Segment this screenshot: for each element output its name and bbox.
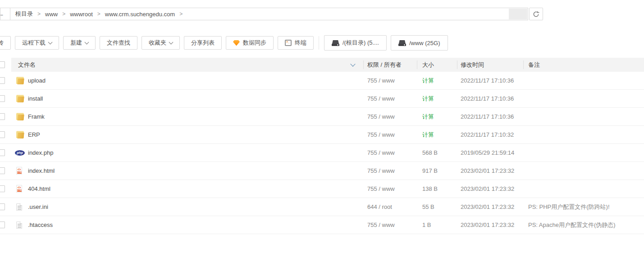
file-name[interactable]: install: [28, 90, 43, 107]
file-row[interactable]: .user.ini 644 / root 55 B 2023/02/01 17:…: [0, 198, 644, 216]
breadcrumb-separator-icon: >: [179, 11, 183, 17]
file-name[interactable]: .user.ini: [28, 198, 48, 216]
breadcrumb-item[interactable]: wwwroot: [70, 11, 93, 18]
file-modified-time: 2022/11/17 17:10:36: [461, 72, 514, 89]
row-checkbox[interactable]: [0, 95, 5, 102]
toolbar-button-icon: [233, 40, 240, 46]
select-all-checkbox[interactable]: [0, 61, 5, 68]
chevron-down-icon: [48, 40, 53, 44]
row-checkbox[interactable]: [0, 149, 5, 156]
filename-chevron-down-icon[interactable]: [350, 61, 355, 66]
file-list: upload 755 / www 计算 2022/11/17 17:10:36 …: [0, 72, 644, 234]
toolbar-button[interactable]: 收藏夹: [142, 36, 180, 50]
file-size[interactable]: 55 B: [422, 198, 434, 216]
column-divider: [523, 60, 524, 69]
refresh-button[interactable]: [529, 8, 543, 20]
breadcrumb-separator-icon: >: [97, 11, 100, 17]
toolbar-button[interactable]: 终端: [278, 36, 314, 50]
toolbar-button-label: /(根目录) (5....: [343, 39, 379, 47]
toolbar-button[interactable]: 分享列表: [184, 36, 222, 50]
file-modified-time: 2023/02/01 17:23:32: [461, 180, 514, 198]
file-permission-owner: 755 / www: [367, 216, 395, 234]
toolbar-button-icon: [398, 40, 406, 46]
toolbar-button[interactable]: 数据同步: [226, 36, 274, 50]
breadcrumb: 根目录 > www > wwwroot > www.crm.suchengedu…: [10, 10, 187, 18]
file-name[interactable]: index.html: [28, 162, 55, 180]
file-type-icon: [16, 77, 24, 84]
toolbar-button-label: 分享列表: [191, 39, 215, 47]
file-name[interactable]: 404.html: [28, 180, 50, 198]
file-row[interactable]: .htaccess 755 / www 1 B 2023/02/01 17:23…: [0, 216, 644, 234]
toolbar-button[interactable]: /www (25G): [391, 35, 448, 51]
toolbar-button[interactable]: 远程下载: [15, 36, 59, 50]
row-checkbox[interactable]: [0, 131, 5, 138]
file-size[interactable]: 568 B: [422, 144, 438, 161]
toolbar-button-label: 新建: [70, 39, 82, 47]
toolbar-button[interactable]: /(根目录) (5....: [324, 35, 387, 51]
refresh-icon: [533, 11, 539, 18]
row-checkbox[interactable]: [0, 77, 5, 84]
file-permission-owner: 755 / www: [367, 90, 395, 107]
back-arrow-icon: ←: [0, 10, 5, 18]
toolbar-button-label: 文件查找: [107, 39, 130, 47]
breadcrumb-item[interactable]: 根目录: [15, 10, 33, 18]
toolbar-button-label: 收藏夹: [149, 39, 166, 47]
file-manager-screen: ← 根目录 > www > wwwroot > www.crm.suchenge…: [0, 0, 644, 263]
row-checkbox[interactable]: [0, 167, 5, 174]
row-checkbox[interactable]: [0, 221, 5, 228]
column-header-permission: 权限 / 所有者: [367, 58, 402, 72]
toolbar-button[interactable]: 新建: [63, 36, 96, 50]
breadcrumb-item[interactable]: www: [45, 11, 58, 18]
file-size[interactable]: 计算: [422, 126, 434, 143]
file-modified-time: 2023/02/01 17:23:32: [461, 216, 514, 234]
chevron-down-icon: [85, 40, 89, 44]
table-header: 文件名 权限 / 所有者 大小 修改时间 备注: [0, 58, 644, 72]
chevron-down-icon: [169, 40, 174, 44]
toolbar-button-icon: [332, 40, 339, 46]
file-type-icon: [16, 221, 22, 229]
toolbar-button[interactable]: 文件查找: [100, 36, 137, 50]
file-row[interactable]: Framk 755 / www 计算 2022/11/17 17:10:36: [0, 108, 644, 126]
file-row[interactable]: ERP 755 / www 计算 2022/11/17 17:10:32: [0, 126, 644, 144]
file-size[interactable]: 计算: [422, 108, 434, 125]
path-bar-endcap: [509, 9, 527, 19]
file-size[interactable]: 138 B: [422, 180, 438, 198]
file-name[interactable]: upload: [28, 72, 46, 89]
file-name[interactable]: ERP: [28, 126, 40, 143]
toolbar-divider: [319, 36, 319, 50]
file-modified-time: 2022/11/17 17:10:32: [461, 126, 514, 143]
file-name[interactable]: .htaccess: [28, 216, 53, 234]
file-type-icon: [16, 185, 22, 193]
file-row[interactable]: index.html 755 / www 917 B 2023/02/01 17…: [0, 162, 644, 180]
breadcrumb-item[interactable]: www.crm.suchengedu.com: [105, 11, 175, 18]
file-row[interactable]: upload 755 / www 计算 2022/11/17 17:10:36: [0, 72, 644, 90]
file-row[interactable]: 404.html 755 / www 138 B 2023/02/01 17:2…: [0, 180, 644, 198]
toolbar: 上传 远程下载 新建 文件查找: [0, 35, 448, 51]
row-checkbox[interactable]: [0, 113, 5, 120]
toolbar-button-label: 上传: [0, 39, 4, 47]
file-type-icon: [15, 150, 25, 156]
file-type-icon: [16, 113, 24, 120]
file-type-icon: [16, 131, 24, 138]
file-size[interactable]: 917 B: [422, 162, 438, 180]
breadcrumb-separator-icon: >: [62, 11, 65, 17]
file-size[interactable]: 1 B: [422, 216, 431, 234]
column-header-filename[interactable]: 文件名: [18, 58, 36, 72]
path-bar: ← 根目录 > www > wwwroot > www.crm.suchenge…: [0, 8, 528, 20]
file-row[interactable]: index.php 755 / www 568 B 2019/05/29 21:…: [0, 144, 644, 162]
file-size[interactable]: 计算: [422, 72, 434, 89]
file-row[interactable]: install 755 / www 计算 2022/11/17 17:10:36: [0, 90, 644, 108]
column-header-mtime: 修改时间: [461, 58, 484, 72]
file-size[interactable]: 计算: [422, 90, 434, 107]
row-checkbox[interactable]: [0, 203, 5, 210]
column-divider: [363, 60, 364, 69]
row-checkbox[interactable]: [0, 185, 5, 192]
file-type-icon: [16, 203, 22, 211]
back-button[interactable]: ←: [0, 8, 10, 20]
file-name[interactable]: Framk: [28, 108, 45, 125]
column-divider: [417, 60, 417, 69]
toolbar-button[interactable]: 上传: [0, 36, 11, 50]
file-name[interactable]: index.php: [28, 144, 53, 161]
toolbar-button-label: /www (25G): [409, 40, 440, 46]
toolbar-button-label: 终端: [295, 39, 306, 47]
